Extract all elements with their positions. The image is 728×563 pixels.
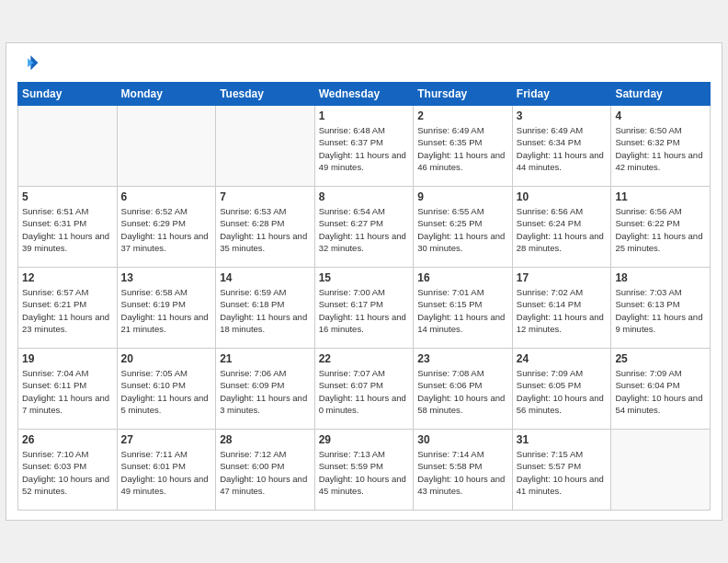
day-cell: 25Sunrise: 7:09 AM Sunset: 6:04 PM Dayli…	[611, 349, 711, 430]
day-info: Sunrise: 6:48 AM Sunset: 6:37 PM Dayligh…	[319, 124, 410, 173]
day-info: Sunrise: 7:01 AM Sunset: 6:15 PM Dayligh…	[417, 286, 508, 335]
day-number: 6	[121, 190, 212, 203]
day-cell: 15Sunrise: 7:00 AM Sunset: 6:17 PM Dayli…	[314, 268, 414, 349]
day-number: 25	[615, 352, 706, 365]
day-cell	[216, 106, 315, 187]
calendar-table: SundayMondayTuesdayWednesdayThursdayFrid…	[17, 82, 711, 511]
day-info: Sunrise: 7:08 AM Sunset: 6:06 PM Dayligh…	[417, 367, 508, 416]
day-number: 30	[417, 433, 508, 446]
day-number: 8	[319, 190, 410, 203]
day-cell: 13Sunrise: 6:58 AM Sunset: 6:19 PM Dayli…	[117, 268, 216, 349]
day-cell	[117, 106, 216, 187]
day-info: Sunrise: 6:51 AM Sunset: 6:31 PM Dayligh…	[22, 205, 113, 254]
day-cell	[611, 430, 711, 511]
day-info: Sunrise: 6:54 AM Sunset: 6:27 PM Dayligh…	[319, 205, 410, 254]
day-info: Sunrise: 7:15 AM Sunset: 5:57 PM Dayligh…	[517, 448, 608, 497]
day-number: 31	[517, 433, 608, 446]
day-cell: 24Sunrise: 7:09 AM Sunset: 6:05 PM Dayli…	[512, 349, 611, 430]
day-info: Sunrise: 7:10 AM Sunset: 6:03 PM Dayligh…	[22, 448, 113, 497]
week-row-5: 26Sunrise: 7:10 AM Sunset: 6:03 PM Dayli…	[18, 430, 711, 511]
day-number: 15	[319, 271, 410, 284]
day-info: Sunrise: 7:13 AM Sunset: 5:59 PM Dayligh…	[319, 448, 410, 497]
day-cell: 16Sunrise: 7:01 AM Sunset: 6:15 PM Dayli…	[414, 268, 513, 349]
day-cell: 8Sunrise: 6:54 AM Sunset: 6:27 PM Daylig…	[314, 187, 414, 268]
day-cell: 12Sunrise: 6:57 AM Sunset: 6:21 PM Dayli…	[18, 268, 118, 349]
day-info: Sunrise: 6:55 AM Sunset: 6:25 PM Dayligh…	[417, 205, 508, 254]
day-cell: 20Sunrise: 7:05 AM Sunset: 6:10 PM Dayli…	[117, 349, 216, 430]
day-cell: 26Sunrise: 7:10 AM Sunset: 6:03 PM Dayli…	[18, 430, 118, 511]
day-number: 16	[417, 271, 508, 284]
day-cell: 23Sunrise: 7:08 AM Sunset: 6:06 PM Dayli…	[414, 349, 513, 430]
day-cell: 18Sunrise: 7:03 AM Sunset: 6:13 PM Dayli…	[611, 268, 711, 349]
day-cell: 2Sunrise: 6:49 AM Sunset: 6:35 PM Daylig…	[414, 106, 513, 187]
day-number: 20	[121, 352, 212, 365]
day-cell: 21Sunrise: 7:06 AM Sunset: 6:09 PM Dayli…	[216, 349, 315, 430]
day-cell: 29Sunrise: 7:13 AM Sunset: 5:59 PM Dayli…	[314, 430, 414, 511]
day-number: 9	[417, 190, 508, 203]
day-info: Sunrise: 7:06 AM Sunset: 6:09 PM Dayligh…	[220, 367, 311, 416]
day-cell: 4Sunrise: 6:50 AM Sunset: 6:32 PM Daylig…	[611, 106, 711, 187]
day-number: 10	[517, 190, 608, 203]
day-info: Sunrise: 7:09 AM Sunset: 6:05 PM Dayligh…	[517, 367, 608, 416]
weekday-header-monday: Monday	[117, 83, 216, 106]
day-cell: 1Sunrise: 6:48 AM Sunset: 6:37 PM Daylig…	[314, 106, 414, 187]
day-number: 28	[220, 433, 311, 446]
day-cell: 6Sunrise: 6:52 AM Sunset: 6:29 PM Daylig…	[117, 187, 216, 268]
day-number: 19	[22, 352, 113, 365]
day-cell: 9Sunrise: 6:55 AM Sunset: 6:25 PM Daylig…	[414, 187, 513, 268]
day-number: 23	[417, 352, 508, 365]
day-info: Sunrise: 7:00 AM Sunset: 6:17 PM Dayligh…	[319, 286, 410, 335]
day-cell: 30Sunrise: 7:14 AM Sunset: 5:58 PM Dayli…	[414, 430, 513, 511]
logo	[17, 52, 43, 75]
day-number: 24	[517, 352, 608, 365]
day-number: 13	[121, 271, 212, 284]
day-number: 7	[220, 190, 311, 203]
day-info: Sunrise: 6:52 AM Sunset: 6:29 PM Dayligh…	[121, 205, 212, 254]
week-row-3: 12Sunrise: 6:57 AM Sunset: 6:21 PM Dayli…	[18, 268, 711, 349]
calendar-container: SundayMondayTuesdayWednesdayThursdayFrid…	[6, 42, 722, 521]
day-number: 17	[517, 271, 608, 284]
day-info: Sunrise: 6:58 AM Sunset: 6:19 PM Dayligh…	[121, 286, 212, 335]
day-info: Sunrise: 7:07 AM Sunset: 6:07 PM Dayligh…	[319, 367, 410, 416]
day-info: Sunrise: 7:09 AM Sunset: 6:04 PM Dayligh…	[615, 367, 706, 416]
day-number: 1	[319, 109, 410, 122]
day-info: Sunrise: 7:04 AM Sunset: 6:11 PM Dayligh…	[22, 367, 113, 416]
day-info: Sunrise: 7:14 AM Sunset: 5:58 PM Dayligh…	[417, 448, 508, 497]
weekday-header-friday: Friday	[512, 83, 611, 106]
day-info: Sunrise: 6:50 AM Sunset: 6:32 PM Dayligh…	[615, 124, 706, 173]
day-cell: 14Sunrise: 6:59 AM Sunset: 6:18 PM Dayli…	[216, 268, 315, 349]
day-cell: 19Sunrise: 7:04 AM Sunset: 6:11 PM Dayli…	[18, 349, 118, 430]
day-cell: 17Sunrise: 7:02 AM Sunset: 6:14 PM Dayli…	[512, 268, 611, 349]
day-cell: 11Sunrise: 6:56 AM Sunset: 6:22 PM Dayli…	[611, 187, 711, 268]
day-info: Sunrise: 6:59 AM Sunset: 6:18 PM Dayligh…	[220, 286, 311, 335]
day-cell: 27Sunrise: 7:11 AM Sunset: 6:01 PM Dayli…	[117, 430, 216, 511]
day-number: 14	[220, 271, 311, 284]
day-info: Sunrise: 6:57 AM Sunset: 6:21 PM Dayligh…	[22, 286, 113, 335]
day-info: Sunrise: 7:02 AM Sunset: 6:14 PM Dayligh…	[517, 286, 608, 335]
day-number: 2	[417, 109, 508, 122]
day-cell: 7Sunrise: 6:53 AM Sunset: 6:28 PM Daylig…	[216, 187, 315, 268]
day-info: Sunrise: 6:56 AM Sunset: 6:22 PM Dayligh…	[615, 205, 706, 254]
weekday-header-tuesday: Tuesday	[216, 83, 315, 106]
day-number: 21	[220, 352, 311, 365]
day-cell: 22Sunrise: 7:07 AM Sunset: 6:07 PM Dayli…	[314, 349, 414, 430]
week-row-1: 1Sunrise: 6:48 AM Sunset: 6:37 PM Daylig…	[18, 106, 711, 187]
week-row-2: 5Sunrise: 6:51 AM Sunset: 6:31 PM Daylig…	[18, 187, 711, 268]
day-number: 3	[517, 109, 608, 122]
weekday-header-wednesday: Wednesday	[314, 83, 414, 106]
weekday-header-saturday: Saturday	[611, 83, 711, 106]
day-cell: 3Sunrise: 6:49 AM Sunset: 6:34 PM Daylig…	[512, 106, 611, 187]
day-info: Sunrise: 7:05 AM Sunset: 6:10 PM Dayligh…	[121, 367, 212, 416]
header	[17, 52, 711, 75]
day-cell: 10Sunrise: 6:56 AM Sunset: 6:24 PM Dayli…	[512, 187, 611, 268]
day-info: Sunrise: 7:11 AM Sunset: 6:01 PM Dayligh…	[121, 448, 212, 497]
day-number: 4	[615, 109, 706, 122]
day-info: Sunrise: 6:49 AM Sunset: 6:35 PM Dayligh…	[417, 124, 508, 173]
day-info: Sunrise: 7:03 AM Sunset: 6:13 PM Dayligh…	[615, 286, 706, 335]
day-number: 22	[319, 352, 410, 365]
day-number: 26	[22, 433, 113, 446]
logo-icon	[17, 52, 40, 75]
day-number: 11	[615, 190, 706, 203]
day-number: 27	[121, 433, 212, 446]
week-row-4: 19Sunrise: 7:04 AM Sunset: 6:11 PM Dayli…	[18, 349, 711, 430]
